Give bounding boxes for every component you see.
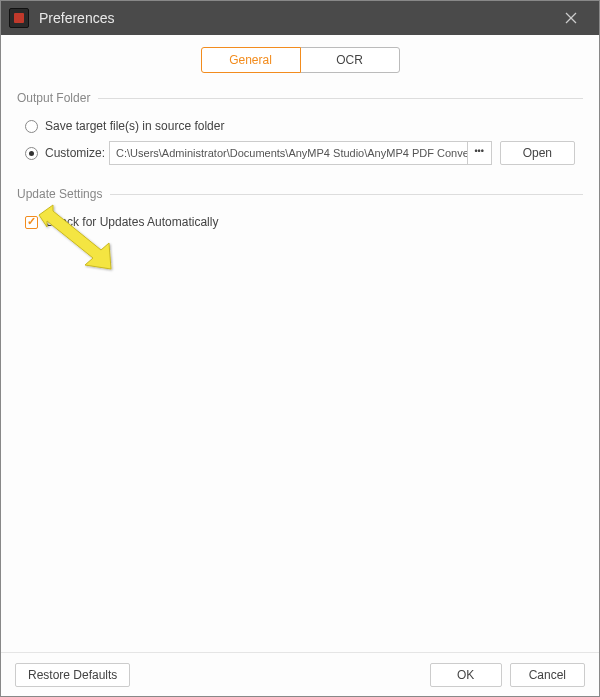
cancel-button[interactable]: Cancel [510,663,585,687]
tab-ocr[interactable]: OCR [300,47,400,73]
window-title: Preferences [39,10,551,26]
group-update-settings: Update Settings Check for Updates Automa… [17,187,583,233]
divider [110,194,583,195]
divider [98,98,583,99]
browse-button[interactable]: ••• [468,141,492,165]
ok-button[interactable]: OK [430,663,502,687]
tab-bar: General OCR [17,47,583,73]
open-button[interactable]: Open [500,141,575,165]
tab-general[interactable]: General [201,47,301,73]
path-text: C:\Users\Administrator\Documents\AnyMP4 … [116,147,468,159]
checkbox-check-updates[interactable] [25,216,38,229]
radio-save-in-source[interactable] [25,120,38,133]
restore-defaults-button[interactable]: Restore Defaults [15,663,130,687]
close-icon [565,12,577,24]
group-title-output-folder: Output Folder [17,91,98,105]
close-button[interactable] [551,1,591,35]
radio-customize[interactable] [25,147,38,160]
ellipsis-icon: ••• [474,146,483,156]
label-customize: Customize: [45,146,105,160]
app-icon [9,8,29,28]
content-area: General OCR Output Folder Save target fi… [1,35,599,652]
titlebar: Preferences [1,1,599,35]
group-output-folder: Output Folder Save target file(s) in sou… [17,91,583,169]
footer: Restore Defaults OK Cancel [1,652,599,696]
path-input[interactable]: C:\Users\Administrator\Documents\AnyMP4 … [109,141,468,165]
label-check-updates: Check for Updates Automatically [45,215,218,229]
group-title-update-settings: Update Settings [17,187,110,201]
label-save-in-source: Save target file(s) in source folder [45,119,224,133]
